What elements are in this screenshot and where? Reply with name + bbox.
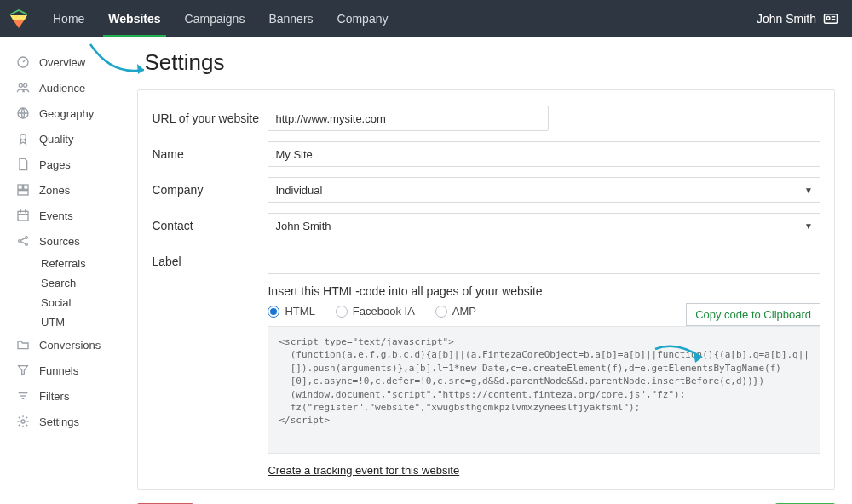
sidebar-item-sources[interactable]: Sources: [0, 228, 129, 254]
sidebar-item-settings[interactable]: Settings: [0, 409, 129, 434]
copy-code-button[interactable]: Copy code to Clipboard: [686, 303, 820, 326]
sidebar-subitem-search[interactable]: Search: [0, 273, 129, 293]
radio-icon: [268, 306, 279, 318]
svg-point-21: [26, 243, 28, 246]
sidebar-item-label: Funnels: [39, 364, 78, 377]
svg-point-20: [26, 237, 28, 239]
svg-point-11: [20, 135, 26, 140]
name-label: Name: [152, 147, 268, 161]
nav-item-banners[interactable]: Banners: [256, 0, 325, 37]
sidebar-item-label: Conversions: [39, 339, 101, 352]
radio-facebook-ia[interactable]: Facebook IA: [336, 305, 415, 318]
svg-point-9: [24, 83, 27, 87]
funnel-icon: [15, 363, 31, 378]
top-navigation: HomeWebsitesCampaignsBannersCompany John…: [0, 0, 852, 37]
nav-item-campaigns[interactable]: Campaigns: [173, 0, 257, 37]
label-label: Label: [152, 255, 268, 268]
gear-icon: [15, 414, 31, 429]
svg-rect-13: [24, 185, 28, 189]
globe-icon: [15, 106, 31, 121]
sidebar-item-events[interactable]: Events: [0, 203, 129, 228]
svg-marker-2: [13, 20, 25, 28]
nav-item-company[interactable]: Company: [325, 0, 400, 37]
settings-card: URL of your website Name Company Individ…: [137, 89, 835, 490]
sidebar-item-zones[interactable]: Zones: [0, 177, 129, 203]
name-input[interactable]: [268, 141, 820, 167]
radio-icon: [435, 306, 447, 318]
people-icon: [15, 80, 31, 95]
sidebar-subitem-referrals[interactable]: Referrals: [0, 254, 129, 273]
sidebar-item-audience[interactable]: Audience: [0, 75, 129, 100]
gauge-icon: [15, 54, 31, 70]
page-icon: [15, 157, 31, 172]
svg-point-19: [19, 240, 21, 243]
svg-point-8: [19, 83, 22, 87]
svg-line-22: [20, 238, 25, 241]
sidebar-subitem-utm[interactable]: UTM: [0, 312, 129, 332]
sidebar-item-label: Geography: [39, 107, 94, 120]
contact-label: Contact: [152, 219, 268, 232]
code-format-radios: HTML Facebook IA AMP Copy code to Clipbo…: [268, 305, 820, 318]
svg-marker-1: [10, 15, 27, 20]
app-logo: [9, 9, 29, 29]
svg-point-27: [21, 420, 25, 423]
sidebar-item-conversions[interactable]: Conversions: [0, 332, 129, 358]
svg-rect-15: [18, 211, 28, 220]
label-input[interactable]: [268, 249, 820, 274]
sidebar-item-label: Events: [39, 209, 73, 222]
chevron-down-icon: ▼: [804, 221, 813, 231]
sidebar: OverviewAudienceGeographyQualityPagesZon…: [0, 37, 129, 504]
sidebar-item-label: Quality: [39, 133, 73, 146]
sidebar-item-label: Sources: [39, 235, 80, 248]
main-content: Settings URL of your website Name Compan…: [129, 37, 852, 504]
radio-html[interactable]: HTML: [268, 305, 314, 318]
filter-icon: [15, 388, 31, 404]
folder-icon: [15, 337, 31, 352]
zones-icon: [15, 182, 31, 198]
sidebar-item-label: Settings: [39, 415, 79, 428]
page-title: Settings: [137, 49, 835, 76]
code-section-title: Insert this HTML-code into all pages of …: [268, 284, 820, 298]
create-tracking-event-link[interactable]: Create a tracking event for this website: [268, 464, 459, 477]
sidebar-item-funnels[interactable]: Funnels: [0, 358, 129, 383]
sidebar-item-filters[interactable]: Filters: [0, 383, 129, 409]
contact-select[interactable]: John Smith ▼: [268, 213, 820, 238]
user-menu[interactable]: John Smith: [757, 11, 838, 26]
sidebar-item-label: Zones: [39, 184, 70, 197]
medal-icon: [15, 131, 31, 146]
chevron-down-icon: ▼: [804, 186, 813, 195]
sidebar-item-label: Filters: [39, 390, 69, 403]
company-select[interactable]: Individual ▼: [268, 177, 820, 203]
calendar-icon: [15, 208, 31, 223]
nav-item-home[interactable]: Home: [41, 0, 96, 37]
radio-icon: [336, 306, 348, 318]
sidebar-item-label: Audience: [39, 82, 85, 94]
svg-marker-0: [10, 9, 27, 15]
svg-rect-12: [18, 185, 22, 189]
nav-items: HomeWebsitesCampaignsBannersCompany: [41, 0, 400, 37]
url-input[interactable]: [268, 106, 549, 131]
sidebar-item-geography[interactable]: Geography: [0, 100, 129, 126]
svg-line-23: [20, 242, 25, 244]
tracking-code-block[interactable]: <script type="text/javascript"> (functio…: [268, 326, 820, 454]
url-label: URL of your website: [152, 112, 268, 125]
sidebar-item-label: Overview: [39, 56, 85, 69]
user-name: John Smith: [757, 12, 816, 26]
sidebar-item-pages[interactable]: Pages: [0, 152, 129, 177]
sidebar-item-label: Pages: [39, 158, 71, 171]
company-label: Company: [152, 183, 268, 197]
user-card-icon: [823, 11, 838, 26]
sidebar-subitem-social[interactable]: Social: [0, 293, 129, 312]
sidebar-item-overview[interactable]: Overview: [0, 49, 129, 75]
radio-amp[interactable]: AMP: [435, 305, 476, 318]
svg-rect-14: [18, 191, 28, 195]
sidebar-item-quality[interactable]: Quality: [0, 126, 129, 152]
svg-point-4: [826, 16, 830, 20]
share-icon: [15, 233, 31, 249]
nav-item-websites[interactable]: Websites: [96, 0, 172, 37]
